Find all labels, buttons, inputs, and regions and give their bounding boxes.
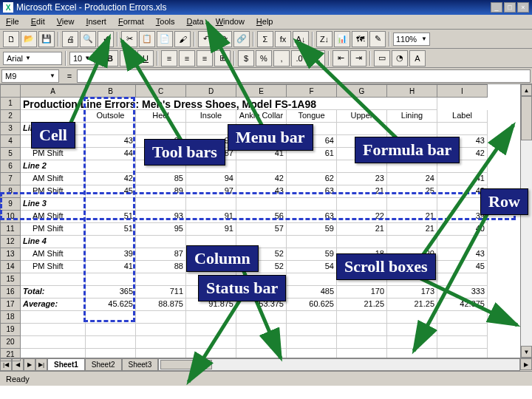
cell[interactable] [86,198,136,211]
cell[interactable]: 54 [287,261,337,273]
menu-file[interactable]: File [0,15,25,29]
cell[interactable]: 63 [287,211,337,223]
row-header[interactable]: 6 [0,160,21,173]
cell[interactable]: 42 [437,148,488,160]
copy-icon[interactable]: 📋 [139,31,155,47]
cell[interactable]: 97 [186,135,236,148]
cell[interactable]: 91 [186,223,236,236]
cell[interactable]: Line 3 [21,198,86,211]
cell[interactable] [437,311,488,324]
cell[interactable]: 39 [86,248,136,261]
cell[interactable] [21,324,86,336]
cell[interactable]: 97 [186,185,236,198]
sheet-tab[interactable]: Sheet1 [47,358,85,371]
percent-icon[interactable]: % [256,50,272,66]
cell[interactable] [186,336,236,349]
cell[interactable] [437,198,488,211]
border-icon[interactable]: ▭ [374,50,390,66]
cell[interactable] [236,336,287,349]
cell[interactable]: 333 [437,286,488,299]
cell[interactable]: Average: [21,299,86,311]
cell[interactable] [86,349,136,358]
tab-nav-next[interactable]: ▶ [24,358,35,371]
cell[interactable]: 427 [236,286,287,299]
column-header-H[interactable]: H [387,84,437,98]
cell[interactable]: 43 [437,135,488,148]
undo-icon[interactable]: ↶ [198,31,214,47]
row-header[interactable]: 4 [0,135,21,148]
font-color-icon[interactable]: A [409,50,426,66]
cell[interactable] [86,311,136,324]
cell[interactable] [337,324,387,336]
cell[interactable] [387,236,437,248]
cell[interactable] [287,123,337,135]
cell[interactable]: Line 1 [21,123,86,135]
cell[interactable]: 22 [387,148,437,160]
cell[interactable] [287,349,337,358]
cell[interactable]: Line 2 [21,160,86,173]
cell[interactable]: 485 [287,286,337,299]
cell[interactable] [287,198,337,211]
cell[interactable]: 41 [437,173,488,185]
cell[interactable]: 41 [236,148,287,160]
row-header[interactable]: 20 [0,336,21,349]
column-header-D[interactable]: D [186,84,236,98]
cell[interactable]: AM Shift [21,173,86,185]
cell[interactable]: 18 [337,248,387,261]
tab-nav-first[interactable]: |◀ [0,358,12,371]
cell[interactable]: 22 [387,261,437,273]
cell[interactable]: Heel [136,110,186,123]
menu-format[interactable]: Format [112,15,150,29]
indent-icon[interactable]: ⇥ [350,50,366,66]
cell[interactable] [186,273,236,286]
cell[interactable] [136,198,186,211]
cell[interactable] [136,324,186,336]
cell[interactable]: 42 [236,173,287,185]
tab-nav-last[interactable]: ▶| [35,358,47,371]
select-all-corner[interactable] [0,84,21,98]
cell[interactable]: 42.375 [437,299,488,311]
fx-button[interactable]: = [62,69,77,83]
sheet-tab[interactable]: Sheet2 [85,358,122,371]
column-header-E[interactable]: E [236,84,287,98]
cell[interactable]: Upper [337,110,387,123]
cell[interactable]: 87 [186,148,236,160]
link-icon[interactable]: 🔗 [233,31,250,47]
column-header-I[interactable]: I [437,84,488,98]
cell[interactable] [337,123,387,135]
cell[interactable]: 21 [387,211,437,223]
cell[interactable] [21,273,86,286]
paste-icon[interactable]: 📄 [157,31,173,47]
cell[interactable] [287,160,337,173]
cell[interactable] [387,273,437,286]
menu-window[interactable]: Window [210,15,250,29]
maximize-button[interactable]: □ [504,2,516,13]
cell[interactable]: 41 [86,261,136,273]
cell[interactable] [186,324,236,336]
row-header[interactable]: 7 [0,173,21,185]
cell[interactable] [387,198,437,211]
horizontal-scroll-thumb[interactable] [160,360,212,369]
cell[interactable] [287,324,337,336]
cell[interactable] [337,311,387,324]
column-header-B[interactable]: B [86,84,136,98]
cell[interactable] [337,236,387,248]
preview-icon[interactable]: 🔍 [80,31,96,47]
cell[interactable]: 89 [186,248,236,261]
row-header[interactable]: 10 [0,211,21,223]
fill-color-icon[interactable]: ◔ [392,50,408,66]
row-header[interactable]: 9 [0,198,21,211]
cell[interactable]: 21 [387,223,437,236]
column-header-C[interactable]: C [136,84,186,98]
cell[interactable] [287,273,337,286]
cell[interactable]: 40 [437,223,488,236]
cell[interactable] [437,236,488,248]
cell[interactable] [86,123,136,135]
drawing-icon[interactable]: ✎ [369,31,386,47]
formula-input[interactable] [77,69,531,83]
cell[interactable] [387,349,437,358]
scroll-right-button[interactable]: ▶ [520,358,532,370]
cell[interactable]: 21 [337,185,387,198]
cell[interactable] [186,160,236,173]
cell[interactable]: 87 [136,248,186,261]
